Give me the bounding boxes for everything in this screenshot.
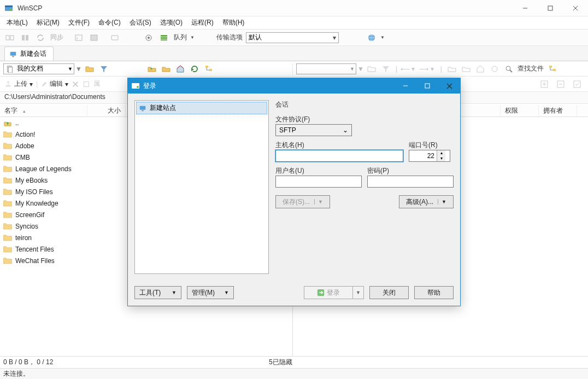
- login-dialog: 登录 新建站点 会话 文件协议(F) SFTP ⌄: [127, 78, 461, 306]
- svg-rect-4: [548, 6, 552, 10]
- queue-label[interactable]: 队列: [173, 33, 188, 42]
- login-split[interactable]: ▼: [353, 286, 364, 299]
- minimize-button[interactable]: [513, 0, 538, 16]
- queue-icon[interactable]: [157, 32, 170, 44]
- menu-file[interactable]: 文件(F): [65, 17, 93, 28]
- port-value[interactable]: [409, 152, 437, 160]
- menu-remote[interactable]: 远程(R): [188, 17, 217, 28]
- remote-tree-icon[interactable]: [546, 63, 559, 75]
- transfer-value: 默认: [249, 33, 262, 42]
- local-drive-combo[interactable]: 我的文档 ▼: [3, 63, 74, 74]
- svg-rect-17: [161, 37, 167, 39]
- menu-local[interactable]: 本地(L): [3, 17, 31, 28]
- protocol-select[interactable]: SFTP ⌄: [275, 124, 352, 136]
- svg-rect-13: [111, 36, 118, 40]
- svg-rect-32: [6, 85, 11, 86]
- new-site-item[interactable]: 新建站点: [136, 102, 267, 114]
- close-button[interactable]: [563, 0, 588, 16]
- tree-icon[interactable]: [202, 63, 215, 75]
- advanced-button[interactable]: 高级(A)...▼: [399, 195, 454, 208]
- dialog-maximize[interactable]: [416, 78, 438, 94]
- svg-text:+: +: [542, 80, 546, 88]
- host-label: 主机名(H): [275, 141, 403, 150]
- parent-folder-icon[interactable]: [145, 63, 158, 75]
- dialog-title: 登录: [143, 81, 156, 91]
- svg-rect-12: [91, 35, 97, 40]
- refresh-icon[interactable]: [188, 63, 201, 75]
- protocol-label: 文件协议(F): [275, 115, 454, 124]
- maximize-button[interactable]: [538, 0, 563, 16]
- svg-point-2: [10, 8, 12, 10]
- svg-rect-11: [75, 35, 82, 40]
- dialog-close[interactable]: [438, 78, 460, 94]
- menu-session[interactable]: 会话(S): [126, 17, 155, 28]
- folder-icon: [3, 154, 12, 161]
- remote-refresh-icon: [488, 63, 501, 75]
- home-icon[interactable]: [174, 63, 187, 75]
- port-up[interactable]: ▴: [437, 150, 445, 156]
- svg-rect-10: [26, 35, 28, 40]
- login-button[interactable]: 登录: [304, 286, 353, 299]
- sync-browse-icon[interactable]: [3, 32, 16, 44]
- folder-icon: [3, 131, 12, 138]
- menu-options[interactable]: 选项(O): [157, 17, 186, 28]
- find-icon[interactable]: [502, 63, 515, 75]
- new-plus-icon: +: [538, 78, 551, 90]
- col-owner[interactable]: 拥有者: [539, 105, 577, 116]
- svg-rect-22: [12, 56, 14, 57]
- session-tab-label: 新建会话: [20, 49, 46, 59]
- edit-icon: [41, 81, 48, 88]
- port-input[interactable]: ▴▾: [409, 150, 450, 162]
- new-session-tab[interactable]: 新建会话: [4, 46, 54, 61]
- svg-point-27: [492, 66, 497, 72]
- session-group-label: 会话: [275, 100, 454, 109]
- svg-rect-7: [6, 36, 9, 40]
- menu-mark[interactable]: 标记(M): [33, 17, 63, 28]
- filter-icon[interactable]: [97, 63, 110, 75]
- svg-rect-47: [140, 106, 146, 109]
- documents-icon: [6, 65, 14, 73]
- col-size[interactable]: 大小: [87, 105, 126, 116]
- remote-filter-icon: [379, 63, 392, 75]
- host-input[interactable]: [275, 150, 403, 162]
- menu-help[interactable]: 帮助(H): [219, 17, 248, 28]
- protocol-value: SFTP: [279, 126, 296, 134]
- site-list[interactable]: 新建站点: [134, 100, 269, 274]
- compare-icon[interactable]: [19, 32, 32, 44]
- col-name[interactable]: 名字▴: [0, 105, 87, 116]
- folder-icon: [3, 142, 12, 149]
- settings-icon[interactable]: [142, 32, 155, 44]
- props-icon: [83, 80, 90, 88]
- svg-rect-40: [574, 81, 580, 88]
- port-label: 端口号(R): [409, 141, 454, 150]
- statusbar-conn: 未连接。: [0, 368, 588, 379]
- terminal-icon[interactable]: [87, 32, 101, 44]
- statusbar-panes: 0 B / 0 B， 0 / 12 5已隐藏: [0, 356, 588, 368]
- col-perm[interactable]: 权限: [501, 105, 539, 116]
- close-dialog-button[interactable]: 关闭: [369, 286, 409, 299]
- remote-open-icon: [365, 63, 378, 75]
- session-icon[interactable]: [108, 32, 121, 44]
- help-button[interactable]: 帮助: [414, 286, 454, 299]
- svg-point-15: [148, 37, 150, 39]
- monitor-icon: [9, 50, 17, 58]
- remote-drive-combo[interactable]: ▼: [296, 63, 356, 74]
- svg-line-29: [510, 70, 512, 72]
- save-button[interactable]: 保存(S)...▼: [275, 195, 330, 208]
- tools-button[interactable]: 工具(T)▼: [134, 286, 181, 299]
- console-icon[interactable]: [72, 32, 85, 44]
- find-label[interactable]: 查找文件: [516, 64, 545, 73]
- globe-icon[interactable]: [365, 32, 378, 44]
- open-folder-icon[interactable]: [83, 63, 96, 75]
- dialog-minimize[interactable]: [395, 78, 416, 94]
- menu-command[interactable]: 命令(C): [95, 17, 124, 28]
- username-input[interactable]: [275, 176, 362, 188]
- sync-icon[interactable]: [34, 32, 47, 44]
- session-tabs: 新建会话: [0, 46, 588, 61]
- manage-button[interactable]: 管理(M)▼: [187, 286, 234, 299]
- password-input[interactable]: [367, 176, 454, 188]
- transfer-combo[interactable]: 默认 ▾: [246, 32, 339, 43]
- port-down[interactable]: ▾: [437, 156, 445, 161]
- folder-icon: [3, 200, 12, 207]
- root-folder-icon[interactable]: [160, 63, 173, 75]
